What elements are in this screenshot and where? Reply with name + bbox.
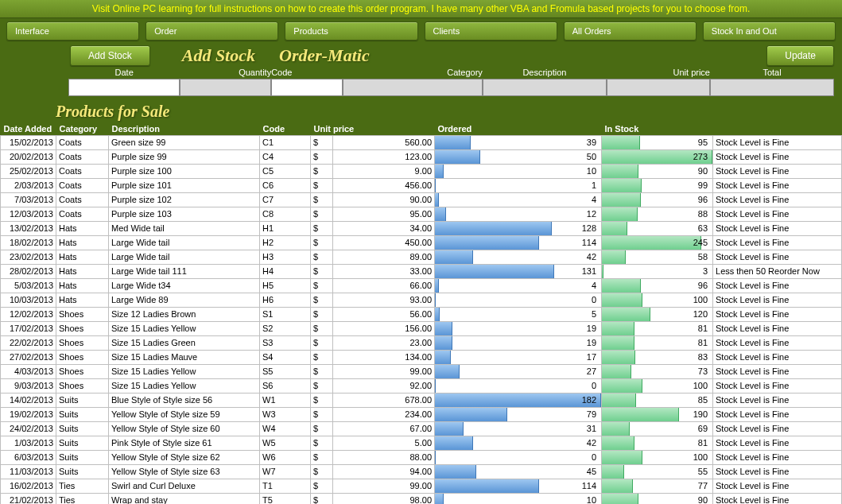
table-row[interactable]: 20/02/2013CoatsPurple size 99C4$123.0050…	[1, 150, 842, 165]
c-category: Shoes	[56, 308, 109, 322]
c-status: Stock Level is Fine	[713, 179, 842, 193]
c-code: W1	[260, 394, 311, 408]
table-row[interactable]: 13/02/2013HatsMed Wide tailH1$34.0012863…	[1, 222, 842, 236]
c-date: 6/03/2013	[1, 451, 56, 465]
table-row[interactable]: 25/02/2013CoatsPurple size 100C5$9.00109…	[1, 165, 842, 179]
c-date: 12/02/2013	[1, 308, 56, 322]
table-row[interactable]: 1/03/2013SuitsPink Style of Style size 6…	[1, 436, 842, 451]
c-stock: 90	[602, 494, 713, 505]
c-ordered: 45	[435, 465, 602, 479]
c-date: 24/02/2013	[1, 422, 56, 436]
c-description: Pink Style of Style size 61	[109, 436, 260, 451]
c-code: C5	[260, 165, 311, 179]
input-total[interactable]	[710, 79, 834, 96]
table-row[interactable]: 18/02/2013HatsLarge Wide tailH2$450.0011…	[1, 236, 842, 250]
table-row[interactable]: 4/03/2013ShoesSize 15 Ladies YellowS5$99…	[1, 365, 842, 379]
table-row[interactable]: 22/02/2013ShoesSize 15 Ladies GreenS3$23…	[1, 336, 842, 351]
table-row[interactable]: 12/02/2013ShoesSize 12 Ladies BrownS1$56…	[1, 308, 842, 322]
h-description[interactable]: Description	[109, 122, 260, 136]
c-currency: $	[311, 165, 333, 179]
entry-row: Date Quantity Code Category Description …	[0, 66, 842, 99]
input-description[interactable]	[483, 79, 607, 96]
h-date-added[interactable]: Date Added	[1, 122, 56, 136]
table-row[interactable]: 11/03/2013SuitsYellow Style of Style siz…	[1, 465, 842, 479]
nav-products[interactable]: Products	[285, 21, 417, 41]
nav-order[interactable]: Order	[146, 21, 278, 41]
c-price: 89.00	[333, 250, 435, 265]
c-price: 99.00	[333, 365, 435, 379]
table-row[interactable]: 23/02/2013HatsLarge Wide tailH3$89.00425…	[1, 250, 842, 265]
c-status: Stock Level is Fine	[713, 451, 842, 465]
table-row[interactable]: 5/03/2013HatsLarge Wide t34H5$66.00496St…	[1, 279, 842, 293]
c-description: Yellow Style of Style size 59	[109, 408, 260, 422]
table-row[interactable]: 17/02/2013ShoesSize 15 Ladies YellowS2$1…	[1, 322, 842, 336]
c-category: Shoes	[56, 336, 109, 351]
table-row[interactable]: 19/02/2013SuitsYellow Style of Style siz…	[1, 408, 842, 422]
c-currency: $	[311, 322, 333, 336]
c-stock: 100	[602, 379, 713, 394]
c-date: 16/02/2013	[1, 479, 56, 494]
table-row[interactable]: 10/03/2013HatsLarge Wide 89H6$93.000100S…	[1, 293, 842, 308]
nav-clients[interactable]: Clients	[425, 21, 557, 41]
c-status: Stock Level is Fine	[713, 322, 842, 336]
c-status: Less then 50 Reorder Now	[713, 265, 842, 279]
table-row[interactable]: 28/02/2013HatsLarge Wide tail 111H4$33.0…	[1, 265, 842, 279]
c-date: 28/02/2013	[1, 265, 56, 279]
c-price: 23.00	[333, 336, 435, 351]
table-row[interactable]: 9/03/2013ShoesSize 15 Ladies YellowS6$92…	[1, 379, 842, 394]
c-date: 19/02/2013	[1, 408, 56, 422]
h-code[interactable]: Code	[260, 122, 311, 136]
h-ordered[interactable]: Ordered	[435, 122, 602, 136]
c-currency: $	[311, 365, 333, 379]
c-price: 234.00	[333, 408, 435, 422]
c-date: 14/02/2013	[1, 394, 56, 408]
h-category[interactable]: Category	[56, 122, 109, 136]
c-ordered: 182	[435, 394, 602, 408]
lbl-category: Category	[343, 66, 483, 79]
table-row[interactable]: 24/02/2013SuitsYellow Style of Style siz…	[1, 422, 842, 436]
nav-all-orders[interactable]: All Orders	[564, 21, 696, 41]
table-row[interactable]: 12/03/2013CoatsPurple size 103C8$95.0012…	[1, 207, 842, 222]
c-category: Suits	[56, 451, 109, 465]
table-row[interactable]: 27/02/2013ShoesSize 15 Ladies MauveS4$13…	[1, 351, 842, 365]
h-unit-price[interactable]: Unit price	[311, 122, 435, 136]
c-code: W7	[260, 465, 311, 479]
input-date[interactable]	[68, 79, 180, 96]
c-currency: $	[311, 351, 333, 365]
nav-stock-in-out[interactable]: Stock In and Out	[703, 21, 836, 41]
c-ordered: 0	[435, 451, 602, 465]
nav-interface[interactable]: Interface	[6, 21, 139, 41]
c-stock: 85	[602, 394, 713, 408]
add-stock-button[interactable]: Add Stock	[70, 45, 150, 66]
c-status: Stock Level is Fine	[713, 465, 842, 479]
table-row[interactable]: 14/02/2013SuitsBlue Style of Style size …	[1, 394, 842, 408]
update-button[interactable]: Update	[766, 45, 834, 66]
c-currency: $	[311, 436, 333, 451]
table-row[interactable]: 6/03/2013SuitsYellow Style of Style size…	[1, 451, 842, 465]
table-row[interactable]: 16/02/2013TiesSwirl and Curl DeluxeT1$99…	[1, 479, 842, 494]
input-code[interactable]	[271, 79, 343, 96]
c-ordered: 1	[435, 179, 602, 193]
c-price: 34.00	[333, 222, 435, 236]
c-price: 123.00	[333, 150, 435, 165]
c-ordered: 114	[435, 479, 602, 494]
c-category: Coats	[56, 179, 109, 193]
h-in-stock[interactable]: In Stock	[602, 122, 713, 136]
input-category[interactable]	[343, 79, 483, 96]
table-row[interactable]: 21/02/2013TiesWrap and stayT5$98.001090S…	[1, 494, 842, 505]
c-status: Stock Level is Fine	[713, 479, 842, 494]
c-date: 25/02/2013	[1, 165, 56, 179]
input-unit-price[interactable]	[607, 79, 710, 96]
c-currency: $	[311, 179, 333, 193]
c-price: 450.00	[333, 236, 435, 250]
c-description: Size 12 Ladies Brown	[109, 308, 260, 322]
c-status: Stock Level is Fine	[713, 379, 842, 394]
table-row[interactable]: 2/03/2013CoatsPurple size 101C6$456.0019…	[1, 179, 842, 193]
input-quantity[interactable]	[180, 79, 271, 96]
c-code: W3	[260, 408, 311, 422]
table-row[interactable]: 15/02/2013CoatsGreen size 99C1$560.00399…	[1, 136, 842, 150]
lbl-date: Date	[68, 66, 180, 79]
c-currency: $	[311, 207, 333, 222]
c-description: Large Wide tail 111	[109, 265, 260, 279]
table-row[interactable]: 7/03/2013CoatsPurple size 102C7$90.00496…	[1, 193, 842, 207]
